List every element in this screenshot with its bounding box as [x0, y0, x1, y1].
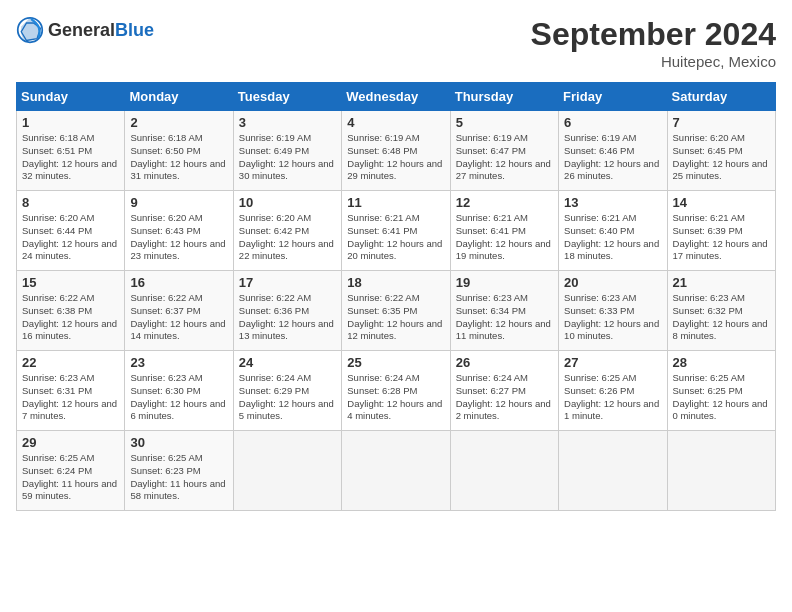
cell-content: Sunrise: 6:21 AM Sunset: 6:39 PM Dayligh… [673, 212, 770, 263]
calendar-cell [667, 431, 775, 511]
calendar-cell: 13 Sunrise: 6:21 AM Sunset: 6:40 PM Dayl… [559, 191, 667, 271]
cell-content: Sunrise: 6:25 AM Sunset: 6:23 PM Dayligh… [130, 452, 227, 503]
calendar-cell: 28 Sunrise: 6:25 AM Sunset: 6:25 PM Dayl… [667, 351, 775, 431]
calendar-week-row: 22 Sunrise: 6:23 AM Sunset: 6:31 PM Dayl… [17, 351, 776, 431]
cell-content: Sunrise: 6:23 AM Sunset: 6:34 PM Dayligh… [456, 292, 553, 343]
day-number: 20 [564, 275, 661, 290]
calendar-cell: 27 Sunrise: 6:25 AM Sunset: 6:26 PM Dayl… [559, 351, 667, 431]
cell-content: Sunrise: 6:21 AM Sunset: 6:40 PM Dayligh… [564, 212, 661, 263]
calendar-cell: 25 Sunrise: 6:24 AM Sunset: 6:28 PM Dayl… [342, 351, 450, 431]
calendar-week-row: 15 Sunrise: 6:22 AM Sunset: 6:38 PM Dayl… [17, 271, 776, 351]
calendar-cell: 8 Sunrise: 6:20 AM Sunset: 6:44 PM Dayli… [17, 191, 125, 271]
logo-text: GeneralBlue [48, 20, 154, 41]
day-number: 3 [239, 115, 336, 130]
day-number: 22 [22, 355, 119, 370]
calendar-cell: 11 Sunrise: 6:21 AM Sunset: 6:41 PM Dayl… [342, 191, 450, 271]
day-number: 30 [130, 435, 227, 450]
calendar-cell: 29 Sunrise: 6:25 AM Sunset: 6:24 PM Dayl… [17, 431, 125, 511]
day-number: 6 [564, 115, 661, 130]
day-number: 16 [130, 275, 227, 290]
day-number: 13 [564, 195, 661, 210]
calendar-week-row: 29 Sunrise: 6:25 AM Sunset: 6:24 PM Dayl… [17, 431, 776, 511]
calendar-cell: 19 Sunrise: 6:23 AM Sunset: 6:34 PM Dayl… [450, 271, 558, 351]
cell-content: Sunrise: 6:24 AM Sunset: 6:29 PM Dayligh… [239, 372, 336, 423]
cell-content: Sunrise: 6:23 AM Sunset: 6:30 PM Dayligh… [130, 372, 227, 423]
calendar-cell: 21 Sunrise: 6:23 AM Sunset: 6:32 PM Dayl… [667, 271, 775, 351]
cell-content: Sunrise: 6:21 AM Sunset: 6:41 PM Dayligh… [347, 212, 444, 263]
cell-content: Sunrise: 6:25 AM Sunset: 6:24 PM Dayligh… [22, 452, 119, 503]
day-number: 7 [673, 115, 770, 130]
page-header: GeneralBlue September 2024 Huitepec, Mex… [16, 16, 776, 70]
cell-content: Sunrise: 6:23 AM Sunset: 6:33 PM Dayligh… [564, 292, 661, 343]
cell-content: Sunrise: 6:20 AM Sunset: 6:43 PM Dayligh… [130, 212, 227, 263]
title-area: September 2024 Huitepec, Mexico [531, 16, 776, 70]
cell-content: Sunrise: 6:22 AM Sunset: 6:36 PM Dayligh… [239, 292, 336, 343]
day-number: 19 [456, 275, 553, 290]
day-number: 1 [22, 115, 119, 130]
calendar-cell: 14 Sunrise: 6:21 AM Sunset: 6:39 PM Dayl… [667, 191, 775, 271]
calendar-header-row: Sunday Monday Tuesday Wednesday Thursday… [17, 83, 776, 111]
day-number: 4 [347, 115, 444, 130]
logo-icon [16, 16, 44, 44]
calendar-cell: 23 Sunrise: 6:23 AM Sunset: 6:30 PM Dayl… [125, 351, 233, 431]
calendar-week-row: 8 Sunrise: 6:20 AM Sunset: 6:44 PM Dayli… [17, 191, 776, 271]
cell-content: Sunrise: 6:18 AM Sunset: 6:51 PM Dayligh… [22, 132, 119, 183]
cell-content: Sunrise: 6:20 AM Sunset: 6:42 PM Dayligh… [239, 212, 336, 263]
calendar-table: Sunday Monday Tuesday Wednesday Thursday… [16, 82, 776, 511]
day-number: 15 [22, 275, 119, 290]
day-number: 27 [564, 355, 661, 370]
calendar-cell: 30 Sunrise: 6:25 AM Sunset: 6:23 PM Dayl… [125, 431, 233, 511]
day-number: 29 [22, 435, 119, 450]
day-number: 10 [239, 195, 336, 210]
col-tuesday: Tuesday [233, 83, 341, 111]
day-number: 17 [239, 275, 336, 290]
location-title: Huitepec, Mexico [531, 53, 776, 70]
calendar-cell: 1 Sunrise: 6:18 AM Sunset: 6:51 PM Dayli… [17, 111, 125, 191]
cell-content: Sunrise: 6:23 AM Sunset: 6:32 PM Dayligh… [673, 292, 770, 343]
day-number: 11 [347, 195, 444, 210]
calendar-cell: 3 Sunrise: 6:19 AM Sunset: 6:49 PM Dayli… [233, 111, 341, 191]
col-sunday: Sunday [17, 83, 125, 111]
col-saturday: Saturday [667, 83, 775, 111]
calendar-cell: 24 Sunrise: 6:24 AM Sunset: 6:29 PM Dayl… [233, 351, 341, 431]
cell-content: Sunrise: 6:18 AM Sunset: 6:50 PM Dayligh… [130, 132, 227, 183]
cell-content: Sunrise: 6:19 AM Sunset: 6:46 PM Dayligh… [564, 132, 661, 183]
day-number: 24 [239, 355, 336, 370]
col-friday: Friday [559, 83, 667, 111]
cell-content: Sunrise: 6:24 AM Sunset: 6:27 PM Dayligh… [456, 372, 553, 423]
calendar-cell: 9 Sunrise: 6:20 AM Sunset: 6:43 PM Dayli… [125, 191, 233, 271]
day-number: 18 [347, 275, 444, 290]
col-monday: Monday [125, 83, 233, 111]
col-wednesday: Wednesday [342, 83, 450, 111]
calendar-cell: 17 Sunrise: 6:22 AM Sunset: 6:36 PM Dayl… [233, 271, 341, 351]
day-number: 5 [456, 115, 553, 130]
col-thursday: Thursday [450, 83, 558, 111]
cell-content: Sunrise: 6:21 AM Sunset: 6:41 PM Dayligh… [456, 212, 553, 263]
day-number: 26 [456, 355, 553, 370]
cell-content: Sunrise: 6:25 AM Sunset: 6:26 PM Dayligh… [564, 372, 661, 423]
calendar-cell: 2 Sunrise: 6:18 AM Sunset: 6:50 PM Dayli… [125, 111, 233, 191]
cell-content: Sunrise: 6:19 AM Sunset: 6:47 PM Dayligh… [456, 132, 553, 183]
cell-content: Sunrise: 6:23 AM Sunset: 6:31 PM Dayligh… [22, 372, 119, 423]
calendar-cell [342, 431, 450, 511]
cell-content: Sunrise: 6:22 AM Sunset: 6:35 PM Dayligh… [347, 292, 444, 343]
cell-content: Sunrise: 6:19 AM Sunset: 6:49 PM Dayligh… [239, 132, 336, 183]
calendar-cell: 15 Sunrise: 6:22 AM Sunset: 6:38 PM Dayl… [17, 271, 125, 351]
calendar-cell [450, 431, 558, 511]
calendar-cell: 10 Sunrise: 6:20 AM Sunset: 6:42 PM Dayl… [233, 191, 341, 271]
calendar-week-row: 1 Sunrise: 6:18 AM Sunset: 6:51 PM Dayli… [17, 111, 776, 191]
cell-content: Sunrise: 6:25 AM Sunset: 6:25 PM Dayligh… [673, 372, 770, 423]
calendar-cell [559, 431, 667, 511]
logo: GeneralBlue [16, 16, 154, 44]
cell-content: Sunrise: 6:20 AM Sunset: 6:45 PM Dayligh… [673, 132, 770, 183]
month-title: September 2024 [531, 16, 776, 53]
day-number: 28 [673, 355, 770, 370]
day-number: 9 [130, 195, 227, 210]
calendar-cell: 7 Sunrise: 6:20 AM Sunset: 6:45 PM Dayli… [667, 111, 775, 191]
cell-content: Sunrise: 6:20 AM Sunset: 6:44 PM Dayligh… [22, 212, 119, 263]
calendar-cell: 4 Sunrise: 6:19 AM Sunset: 6:48 PM Dayli… [342, 111, 450, 191]
day-number: 12 [456, 195, 553, 210]
day-number: 14 [673, 195, 770, 210]
day-number: 8 [22, 195, 119, 210]
calendar-cell: 12 Sunrise: 6:21 AM Sunset: 6:41 PM Dayl… [450, 191, 558, 271]
